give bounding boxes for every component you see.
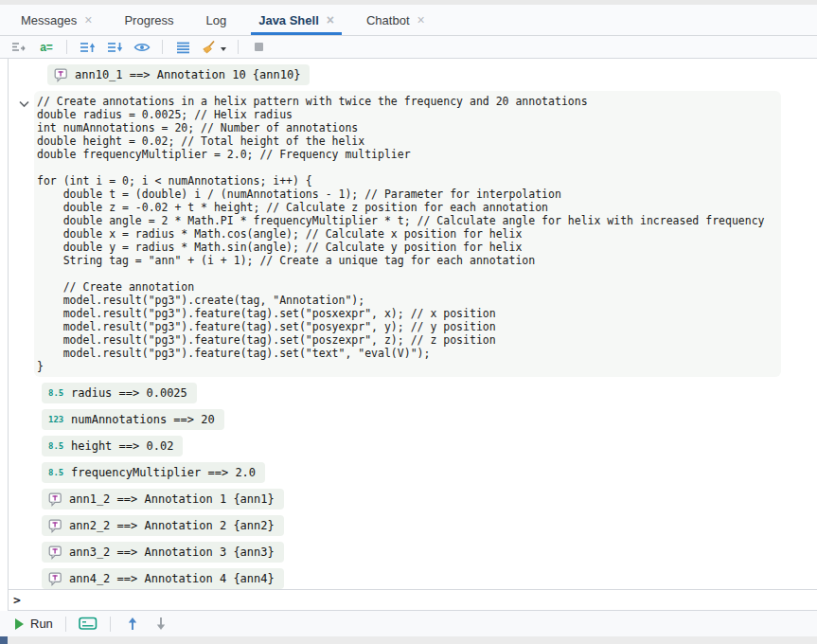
code-line: for (int i = 0; i < numAnnotations; i++)… bbox=[37, 174, 781, 188]
result-badge: ann4_2 ==> Annotation 4 {ann4} bbox=[42, 568, 284, 589]
code-line: model.result("pg3").feature(tag).set("te… bbox=[37, 347, 781, 360]
tab-label: Messages bbox=[21, 13, 77, 27]
annotation-icon bbox=[48, 572, 62, 586]
console-display-icon[interactable] bbox=[79, 615, 98, 634]
output-row: 123 numAnnotations ==> 20 bbox=[42, 409, 817, 430]
result-badge: 8.5 height ==> 0.02 bbox=[42, 436, 183, 456]
history-list-icon[interactable] bbox=[173, 38, 192, 57]
code-line: double t = (double) i / (numAnnotations … bbox=[37, 188, 781, 201]
output-text: ann4_2 ==> Annotation 4 {ann4} bbox=[69, 572, 275, 585]
code-line bbox=[37, 267, 781, 280]
double-type-icon: 8.5 bbox=[48, 388, 64, 398]
output-text: ann2_2 ==> Annotation 2 {ann2} bbox=[69, 519, 275, 532]
sort-lines-icon[interactable] bbox=[9, 38, 28, 57]
output-row: ann4_2 ==> Annotation 4 {ann4} bbox=[42, 568, 817, 589]
console-output[interactable]: ann10_1 ==> Annotation 10 {ann10} // Cre… bbox=[9, 59, 817, 589]
toolbar-separator bbox=[65, 617, 66, 632]
annotation-icon bbox=[48, 519, 62, 533]
code-line: // Create annotation bbox=[37, 280, 781, 294]
output-row: ann1_2 ==> Annotation 1 {ann1} bbox=[42, 489, 817, 510]
annotation-icon bbox=[54, 68, 68, 82]
console-panel: ann10_1 ==> Annotation 10 {ann10} // Cre… bbox=[8, 59, 817, 611]
code-line: double z = -0.02 + t * height; // Calcul… bbox=[37, 201, 781, 214]
output-row: ann10_1 ==> Annotation 10 {ann10} bbox=[47, 64, 817, 85]
output-row: ann2_2 ==> Annotation 2 {ann2} bbox=[42, 515, 817, 536]
tab-log[interactable]: Log bbox=[192, 5, 240, 35]
code-line: model.result("pg3").feature(tag).set("po… bbox=[37, 307, 781, 320]
toolbar-separator bbox=[110, 617, 111, 632]
code-line: double frequencyMultiplier = 2.0; // Fre… bbox=[37, 148, 781, 161]
code-line: // Create annotations in a helix pattern… bbox=[37, 95, 781, 108]
collapse-chevron-icon[interactable] bbox=[19, 95, 29, 112]
close-icon[interactable]: × bbox=[84, 13, 92, 27]
annotation-icon bbox=[48, 492, 62, 507]
prompt-caret: > bbox=[13, 593, 21, 607]
code-line: model.result("pg3").feature(tag).set("po… bbox=[37, 320, 781, 333]
output-text: radius ==> 0.0025 bbox=[71, 386, 187, 400]
output-text: height ==> 0.02 bbox=[71, 439, 173, 453]
annotation-icon bbox=[48, 546, 62, 560]
code-line bbox=[37, 161, 781, 174]
code-line: double y = radius * Math.sin(angle); // … bbox=[37, 241, 781, 254]
eye-icon[interactable] bbox=[133, 38, 151, 57]
tab-label: Chatbot bbox=[366, 13, 410, 27]
toolbar-separator bbox=[162, 40, 163, 54]
output-row: 8.5 frequencyMultiplier ==> 2.0 bbox=[42, 462, 817, 483]
previous-command-arrow-icon[interactable] bbox=[123, 615, 142, 634]
scroll-to-previous-icon[interactable] bbox=[78, 38, 97, 57]
double-type-icon: 8.5 bbox=[48, 441, 64, 451]
next-command-arrow-icon[interactable] bbox=[151, 615, 170, 634]
result-badge: ann2_2 ==> Annotation 2 {ann2} bbox=[42, 515, 284, 536]
code-line: } bbox=[37, 360, 781, 373]
run-label: Run bbox=[30, 617, 53, 631]
output-text: numAnnotations ==> 20 bbox=[71, 413, 215, 426]
chevron-down-icon[interactable] bbox=[220, 39, 227, 56]
play-icon bbox=[15, 618, 24, 630]
tab-messages[interactable]: Messages × bbox=[8, 5, 105, 35]
tab-progress[interactable]: Progress bbox=[111, 5, 186, 35]
tab-label: Log bbox=[205, 13, 226, 27]
clear-console-broom-icon[interactable] bbox=[201, 38, 227, 57]
code-cell: // Create annotations in a helix pattern… bbox=[9, 91, 817, 377]
result-badge: ann10_1 ==> Annotation 10 {ann10} bbox=[47, 64, 310, 85]
code-line: double angle = 2 * Math.PI * frequencyMu… bbox=[37, 214, 781, 227]
scroll-to-next-icon[interactable] bbox=[105, 38, 124, 57]
code-line: model.result("pg3").feature(tag).set("po… bbox=[37, 333, 781, 347]
code-line: double radius = 0.0025; // Helix radius bbox=[37, 108, 781, 121]
tab-label: Java Shell bbox=[258, 13, 319, 27]
toolbar-separator bbox=[238, 40, 239, 54]
close-icon[interactable]: × bbox=[327, 13, 334, 27]
code-block[interactable]: // Create annotations in a helix pattern… bbox=[34, 91, 781, 377]
run-button[interactable]: Run bbox=[15, 617, 53, 631]
result-badge: ann1_2 ==> Annotation 1 {ann1} bbox=[42, 489, 284, 510]
window-corner-accent bbox=[0, 636, 8, 644]
output-text: ann1_2 ==> Annotation 1 {ann1} bbox=[69, 492, 275, 506]
java-shell-window: Messages × Progress Log Java Shell × Cha… bbox=[0, 0, 817, 644]
code-line: String tag = "ann" + (i + 1); // Create … bbox=[37, 254, 781, 267]
window-bottom-edge bbox=[0, 636, 817, 644]
code-line: model.result("pg3").create(tag, "Annotat… bbox=[37, 294, 781, 307]
close-icon[interactable]: × bbox=[417, 13, 425, 27]
code-line: double height = 0.02; // Total height of… bbox=[37, 134, 781, 148]
result-badge: ann3_2 ==> Annotation 3 {ann3} bbox=[42, 542, 284, 563]
tab-label: Progress bbox=[124, 13, 173, 27]
result-badge: 8.5 radius ==> 0.0025 bbox=[42, 383, 197, 403]
output-text: ann10_1 ==> Annotation 10 {ann10} bbox=[75, 68, 300, 81]
result-badge: 123 numAnnotations ==> 20 bbox=[42, 409, 224, 430]
run-toolbar: Run bbox=[0, 611, 817, 636]
input-prompt-line[interactable]: > bbox=[9, 589, 817, 611]
output-row: 8.5 radius ==> 0.0025 bbox=[42, 383, 817, 403]
tab-java-shell[interactable]: Java Shell × bbox=[245, 5, 347, 35]
int-type-icon: 123 bbox=[48, 415, 64, 424]
output-text: frequencyMultiplier ==> 2.0 bbox=[71, 466, 256, 479]
tab-bar: Messages × Progress Log Java Shell × Cha… bbox=[0, 5, 817, 36]
console-toolbar: a= bbox=[0, 36, 817, 59]
tab-chatbot[interactable]: Chatbot × bbox=[353, 5, 438, 35]
toolbar-separator bbox=[66, 40, 67, 54]
code-line: int numAnnotations = 20; // Number of an… bbox=[37, 121, 781, 134]
output-row: ann3_2 ==> Annotation 3 {ann3} bbox=[42, 542, 817, 563]
stop-icon[interactable] bbox=[249, 38, 268, 57]
show-variables-icon[interactable]: a= bbox=[37, 38, 56, 57]
output-row: 8.5 height ==> 0.02 bbox=[42, 436, 817, 456]
code-line: double x = radius * Math.cos(angle); // … bbox=[37, 227, 781, 241]
